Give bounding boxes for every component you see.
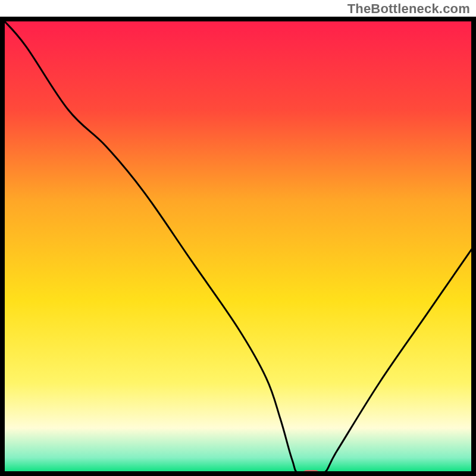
chart-svg: [0, 0, 476, 476]
gradient-background: [2, 19, 474, 474]
watermark-label: TheBottleneck.com: [347, 1, 470, 17]
bottleneck-chart: TheBottleneck.com: [0, 0, 476, 476]
